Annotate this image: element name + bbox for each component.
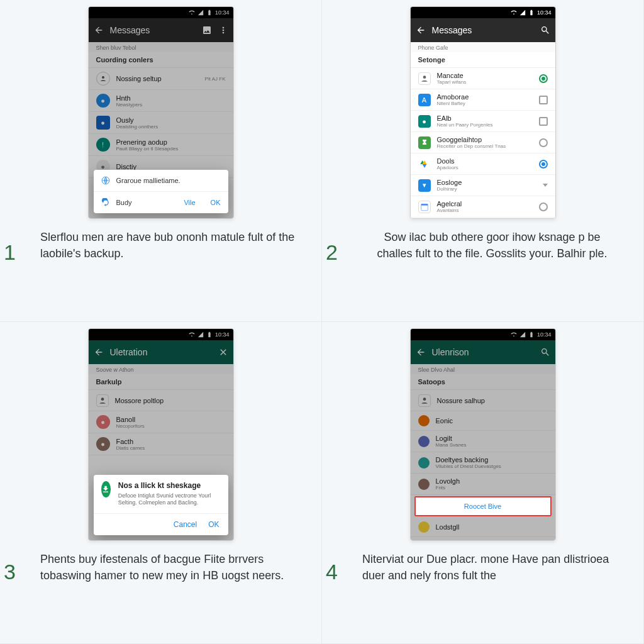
step-number: 2 <box>326 240 338 265</box>
circle-icon <box>418 479 430 490</box>
wifi-icon <box>189 331 195 338</box>
appbar-title: Messages <box>110 25 196 35</box>
ok-button[interactable]: OK <box>208 520 219 529</box>
globe-icon <box>101 176 110 185</box>
list-item[interactable]: ● HnthNewstypers <box>89 90 233 112</box>
circle-icon <box>418 457 430 469</box>
avatar-icon <box>96 72 110 86</box>
radio-off[interactable] <box>539 203 548 211</box>
list-item[interactable]: Lodstgll <box>411 518 555 537</box>
appbar-title: Messages <box>432 25 534 35</box>
settings-list: Nossure salhup Eonic LogiltMana Svanes D… <box>411 390 555 540</box>
calendar-icon <box>418 201 431 213</box>
clock-text: 10:34 <box>537 331 552 338</box>
overflow-icon[interactable] <box>218 25 228 35</box>
step4-cell: 10:34 Ulenrison Slee Dlvo Ahal Satoops N… <box>322 322 644 644</box>
list-item[interactable]: LovolghFnts <box>411 474 555 495</box>
list-item[interactable]: Mossore poltlop <box>89 390 233 411</box>
circle-icon: ● <box>96 415 110 429</box>
section-header: Cuording conlers <box>89 52 233 68</box>
app-bar: Ulenrison <box>411 340 555 364</box>
bottom-sheet-dialog: Graroue mallietiame. Budy Vile OK <box>94 170 228 213</box>
vile-button-text[interactable]: Vile <box>184 199 195 206</box>
dialog-title: Nos a llick kt sheskage <box>118 481 221 490</box>
back-icon[interactable] <box>94 347 104 357</box>
step-caption: Slerflou men are have bub ononh matule f… <box>19 229 303 262</box>
checkbox-off[interactable] <box>539 117 548 126</box>
app-icon: ▾ <box>418 179 431 192</box>
list-item[interactable]: DoolsApadoors <box>411 153 555 175</box>
circle-icon: ● <box>96 437 110 451</box>
status-bar: 10:34 <box>411 7 555 18</box>
chevron-down-icon[interactable] <box>543 184 548 187</box>
list-item[interactable]: Doeltyes backingVilubies of Dnest Duevas… <box>411 452 555 474</box>
svg-point-5 <box>423 397 426 401</box>
section-label: Phone Gafe <box>411 42 555 52</box>
signal-icon <box>519 9 526 16</box>
status-bar: 10:34 <box>89 7 233 18</box>
highlighted-action[interactable]: Roocet Bive <box>414 496 552 516</box>
list-item[interactable]: Eonic <box>411 411 555 431</box>
phone-mock-step2: 10:34 Messages Phone Gafe Setonge Mancat… <box>410 6 556 219</box>
appbar-title: Ulenrison <box>432 347 534 357</box>
clock-text: 10:34 <box>215 331 230 338</box>
phone-mock-step4: 10:34 Ulenrison Slee Dlvo Ahal Satoops N… <box>410 328 556 541</box>
app-icon: A <box>418 94 431 106</box>
search-icon[interactable] <box>540 25 550 35</box>
signal-icon <box>197 331 204 338</box>
step2-cell: 10:34 Messages Phone Gafe Setonge Mancat… <box>322 0 644 322</box>
appbar-title: Uletration <box>110 347 212 357</box>
back-icon[interactable] <box>416 347 426 357</box>
back-icon[interactable] <box>94 25 104 35</box>
step-number: 4 <box>326 560 338 584</box>
close-icon[interactable] <box>218 347 228 357</box>
cancel-button[interactable]: Cancel <box>174 520 197 529</box>
alert-icon: ! <box>96 138 110 152</box>
battery-icon <box>206 9 213 16</box>
list-item[interactable]: ● EAlbNeal un Paary Porgenles <box>411 111 555 132</box>
list-item[interactable]: ● OuslyDealsting onnthers <box>89 112 233 134</box>
app-bar: Messages <box>89 18 233 42</box>
refresh-icon <box>101 198 110 207</box>
dialog-row[interactable]: Graroue mallietiame. <box>94 170 228 192</box>
list-item[interactable]: ● FacthDlatis cames <box>89 433 233 455</box>
section-header: Satoops <box>411 374 555 390</box>
wifi-icon <box>511 331 517 338</box>
step-caption: Sow ilac bub othere goor ihow ksnage p b… <box>341 229 625 262</box>
search-icon[interactable] <box>540 347 550 357</box>
square-icon: ● <box>96 116 110 130</box>
section-label: Shen bluv Tebol <box>89 42 233 52</box>
radio-on[interactable] <box>539 160 548 169</box>
list-item[interactable]: Nossing seltup Plt AJ FK <box>89 68 233 90</box>
list-item[interactable]: LogiltMana Svanes <box>411 431 555 452</box>
phone-mock-step1: 10:34 Messages Shen bluv Tebol Cuording … <box>88 6 234 219</box>
list-item[interactable]: MancateTaparl wifans <box>411 68 555 89</box>
list-item[interactable]: ▾ EoslogeDolhirary <box>411 175 555 196</box>
dialog-body: Defooe Intiglut Svunid vectrone Yourl Se… <box>118 492 221 507</box>
circle-icon: ● <box>96 94 110 108</box>
app-bar: Messages <box>411 18 555 42</box>
section-label: Soove w Athon <box>89 364 233 374</box>
section-label: Slee Dlvo Ahal <box>411 364 555 374</box>
list-item[interactable]: GooggelaihtopRecelter on Dep consmel Tna… <box>411 132 555 153</box>
step1-cell: 10:34 Messages Shen bluv Tebol Cuording … <box>0 0 322 322</box>
ok-button-text[interactable]: OK <box>211 199 221 206</box>
avatar-icon <box>418 72 431 85</box>
back-icon[interactable] <box>416 25 426 35</box>
checkbox-off[interactable] <box>539 96 548 104</box>
app-icon <box>418 136 431 149</box>
list-item[interactable]: A AmoboraeNitenl Baftey <box>411 89 555 111</box>
list-item[interactable]: Nossure salhup <box>411 390 555 411</box>
list-item[interactable]: AgelcralAvantains <box>411 196 555 218</box>
circle-icon <box>418 436 430 447</box>
dialog-row[interactable]: Budy Vile OK <box>94 192 228 213</box>
step-caption: Phents buy ifestenals of bacgue Fiite br… <box>19 551 303 584</box>
wifi-icon <box>189 9 195 16</box>
status-bar: 10:34 <box>89 329 233 340</box>
list-item[interactable]: ● BanollNecoporltors <box>89 411 233 433</box>
wifi-icon <box>511 9 517 16</box>
gallery-icon[interactable] <box>202 25 212 35</box>
radio-off[interactable] <box>539 138 548 147</box>
list-item[interactable]: ! Prenering aodupPauit Bllayy on tl Sles… <box>89 134 233 156</box>
radio-on[interactable] <box>539 74 548 83</box>
